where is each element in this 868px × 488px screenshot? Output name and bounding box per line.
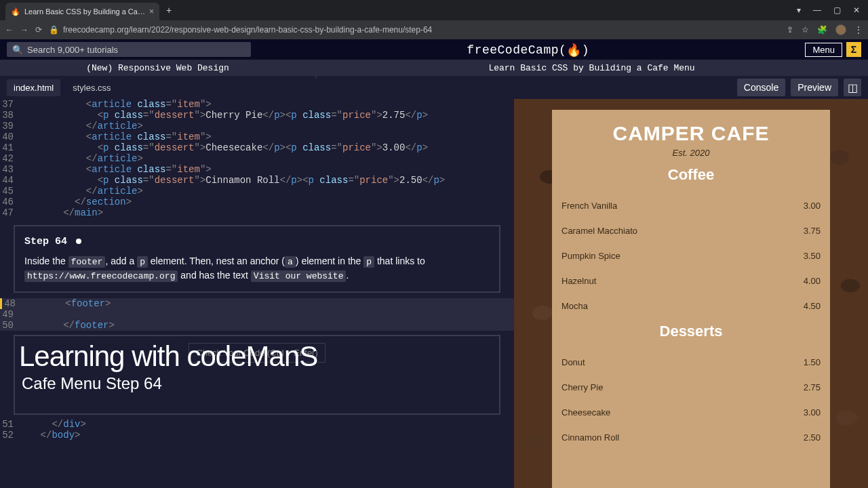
back-icon[interactable]: ← — [5, 25, 14, 35]
star-icon[interactable]: ☆ — [802, 25, 809, 35]
crumb-lesson[interactable]: Learn Basic CSS by Building a Cafe Menu — [315, 63, 868, 73]
maximize-icon[interactable]: ▢ — [833, 5, 841, 15]
overlay-subtitle: Cafe Menu Step 64 — [22, 374, 162, 393]
menu-item: Cinnamon Roll2.50 — [561, 425, 821, 450]
menu-item: Hazelnut4.00 — [561, 268, 821, 293]
site-brand: freeCodeCamp(🔥) — [251, 42, 805, 57]
instructions-panel: Step 64 Inside the footer, add a p eleme… — [14, 225, 500, 293]
layout-icon[interactable]: ◫ — [844, 79, 861, 96]
chevron-down-icon[interactable]: ▾ — [797, 5, 801, 15]
tab-styles-css[interactable]: styles.css — [66, 79, 117, 96]
new-tab-button[interactable]: + — [166, 5, 172, 16]
search-input[interactable]: 🔍 Search 9,000+ tutorials — [7, 42, 251, 57]
preview-pane: CAMPER CAFE Est. 2020 CoffeeFrench Vanil… — [514, 99, 868, 488]
close-icon[interactable]: × — [149, 7, 154, 16]
sigma-button[interactable]: Σ — [846, 42, 861, 57]
fire-icon: 🔥 — [566, 43, 582, 58]
overlay-title: Learning with codeManS — [19, 340, 317, 373]
step-dot-icon — [76, 239, 81, 244]
address-bar: ← → ⟳ 🔒freecodecamp.org/learn/2022/respo… — [0, 20, 868, 39]
avatar[interactable] — [835, 24, 846, 35]
search-icon: 🔍 — [12, 45, 23, 55]
share-icon[interactable]: ⇪ — [787, 25, 793, 35]
menu-title: CAMPER CAFE — [561, 122, 821, 145]
browser-titlebar: 🔥 Learn Basic CSS by Building a Ca… × + … — [0, 0, 868, 20]
close-window-icon[interactable]: ✕ — [853, 5, 860, 15]
menu-item: Caramel Macchiato3.75 — [561, 218, 821, 243]
tab-index-html[interactable]: index.html — [7, 79, 60, 96]
menu-item: French Vanilla3.00 — [561, 193, 821, 218]
lock-icon: 🔒 — [49, 25, 59, 35]
code-editor[interactable]: 37 <article class="item">38 <p class="de… — [0, 99, 514, 488]
browser-tab[interactable]: 🔥 Learn Basic CSS by Building a Ca… × — [5, 3, 159, 20]
minimize-icon[interactable]: — — [813, 5, 821, 15]
crumb-curriculum[interactable]: (New) Responsive Web Design — [0, 63, 315, 73]
window-controls: ▾ — ▢ ✕ — [797, 5, 868, 15]
menu-est: Est. 2020 — [561, 148, 821, 158]
tab-title: Learn Basic CSS by Building a Ca… — [24, 7, 145, 16]
tab-favicon: 🔥 — [11, 7, 20, 16]
url-field[interactable]: 🔒freecodecamp.org/learn/2022/responsive-… — [49, 25, 780, 35]
menu-item: Pumpkin Spice3.50 — [561, 243, 821, 268]
preview-button[interactable]: Preview — [791, 79, 838, 96]
step-text: Inside the footer, add a p element. Then… — [24, 254, 490, 283]
extensions-icon[interactable]: 🧩 — [817, 25, 827, 35]
menu-item: Mocha4.50 — [561, 293, 821, 319]
menu-button[interactable]: Menu — [805, 43, 842, 57]
menu-section-heading: Coffee — [561, 166, 821, 184]
step-title: Step 64 — [24, 235, 490, 250]
menu-section-heading: Desserts — [561, 323, 821, 340]
file-tabs-row: index.html styles.css Console Preview ◫ — [0, 76, 868, 99]
check-panel: Check Your Code (Ctrl + Enter) Learning … — [14, 335, 500, 415]
menu-item: Cherry Pie2.75 — [561, 375, 821, 400]
console-button[interactable]: Console — [737, 79, 785, 96]
forward-icon[interactable]: → — [20, 25, 28, 35]
reload-icon[interactable]: ⟳ — [35, 25, 42, 35]
site-topbar: 🔍 Search 9,000+ tutorials freeCodeCamp(🔥… — [0, 39, 868, 60]
kebab-icon[interactable]: ⋮ — [854, 25, 863, 35]
menu-card: CAMPER CAFE Est. 2020 CoffeeFrench Vanil… — [552, 110, 830, 488]
menu-item: Donut1.50 — [561, 350, 821, 375]
menu-item: Cheesecake3.00 — [561, 400, 821, 425]
breadcrumb: (New) Responsive Web Design Learn Basic … — [0, 60, 868, 76]
